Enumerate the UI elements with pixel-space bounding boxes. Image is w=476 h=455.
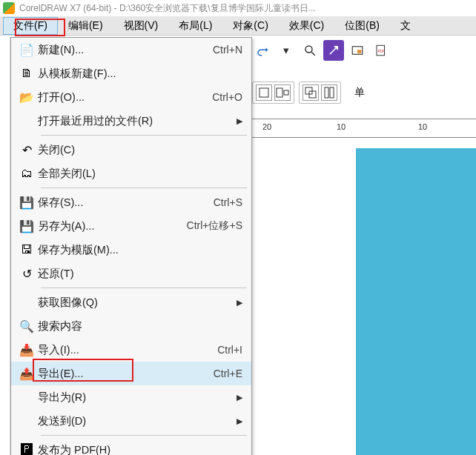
stack-box-1[interactable] [303, 84, 319, 101]
doc-template-icon: 🗎 [20, 67, 33, 80]
box-icon [257, 85, 271, 100]
import-icon: 📥 [20, 343, 33, 356]
align-group-2 [299, 82, 341, 104]
menu-export-as[interactable]: 导出为(R) ▶ [11, 385, 251, 409]
svg-line-1 [311, 52, 315, 56]
document-page[interactable]: 爱 [356, 148, 476, 455]
svg-rect-3 [357, 50, 361, 53]
menu-view[interactable]: 视图(V) [113, 17, 169, 35]
menu-save-as[interactable]: 💾 另存为(A)... Ctrl+位移+S [11, 214, 251, 238]
toolbar-secondary: ▾ PDF [252, 37, 391, 64]
left-toolbar-strip [0, 37, 10, 455]
save-icon: 💾 [20, 196, 33, 209]
file-menu-dropdown: 📄 新建(N)... Ctrl+N 🗎 从模板新建(F)... 📂 打开(O).… [10, 37, 252, 455]
submenu-arrow-icon: ▶ [234, 393, 242, 402]
menu-file[interactable]: 文件(F) [3, 17, 58, 35]
menu-bar: 文件(F) 编辑(E) 视图(V) 布局(L) 对象(C) 效果(C) 位图(B… [0, 16, 476, 36]
svg-text:PDF: PDF [378, 50, 385, 53]
menu-open[interactable]: 📂 打开(O)... Ctrl+O [11, 85, 251, 109]
dropdown-toggle[interactable]: ▾ [276, 40, 297, 61]
align-group-1 [252, 82, 294, 104]
menu-search-content[interactable]: 🔍 搜索内容 [11, 314, 251, 338]
menu-effects[interactable]: 效果(C) [279, 17, 334, 35]
redo-icon [256, 44, 269, 57]
ruler-tick: 10 [337, 122, 346, 131]
align-box-1[interactable] [256, 84, 272, 101]
column-icon [322, 85, 337, 100]
redo-button[interactable] [252, 40, 273, 61]
launch-button[interactable] [323, 40, 344, 61]
svg-point-0 [305, 46, 312, 53]
menu-acquire-image[interactable]: 获取图像(Q) ▶ [11, 290, 251, 314]
menu-bitmap[interactable]: 位图(B) [334, 17, 390, 35]
canvas-area[interactable]: 爱 [252, 138, 476, 455]
menu-send-to[interactable]: 发送到(D) ▶ [11, 409, 251, 433]
box-side-icon [275, 85, 290, 100]
stack-icon [303, 85, 318, 100]
submenu-arrow-icon: ▶ [234, 298, 242, 308]
pdf-icon: PDF [374, 44, 388, 57]
doc-new-icon: 📄 [20, 43, 33, 56]
pdf-icon: 🅿 [20, 443, 33, 455]
revert-icon: ↺ [20, 267, 33, 280]
menu-close-all[interactable]: 🗂 全部关闭(L) [11, 162, 251, 185]
menu-export[interactable]: 📤 导出(E)... Ctrl+E [11, 362, 251, 385]
toolbar-search-button[interactable] [300, 40, 320, 61]
units-label: 单 [354, 86, 365, 99]
app-icon [3, 2, 15, 14]
menu-new[interactable]: 📄 新建(N)... Ctrl+N [11, 38, 251, 62]
folder-open-icon: 📂 [20, 90, 33, 104]
submenu-arrow-icon: ▶ [234, 416, 242, 426]
horizontal-ruler: 20 10 10 [252, 119, 476, 138]
menu-new-from-template[interactable]: 🗎 从模板新建(F)... [11, 62, 251, 85]
menu-import[interactable]: 📥 导入(I)... Ctrl+I [11, 338, 251, 362]
ruler-tick: 20 [262, 122, 271, 131]
menu-open-recent[interactable]: 打开最近用过的文件(R) ▶ [11, 109, 251, 133]
svg-rect-12 [330, 87, 334, 98]
save-as-icon: 💾 [20, 219, 33, 233]
menu-edit[interactable]: 编辑(E) [58, 17, 113, 35]
separator [41, 435, 247, 436]
menu-close[interactable]: ↶ 关闭(C) [11, 138, 251, 162]
menu-revert[interactable]: ↺ 还原(T) [11, 262, 251, 285]
separator [41, 288, 247, 288]
search-icon [303, 44, 317, 57]
svg-rect-8 [284, 90, 288, 95]
menu-save-as-template[interactable]: 🖫 保存为模版(M)... [11, 238, 251, 262]
menu-text[interactable]: 文 [390, 17, 421, 35]
menu-layout[interactable]: 布局(L) [168, 17, 222, 35]
submenu-arrow-icon: ▶ [234, 116, 242, 126]
toolbar-tertiary: 单 [252, 74, 365, 111]
save-template-icon: 🖫 [20, 243, 33, 256]
menu-save[interactable]: 💾 保存(S)... Ctrl+S [11, 190, 251, 214]
separator [41, 135, 247, 136]
pip-button[interactable] [347, 40, 368, 61]
app-title: CorelDRAW X7 (64-bit) - D:\360安全浏览器下载\复旦… [19, 2, 316, 15]
launch-icon [327, 44, 340, 57]
svg-rect-7 [277, 88, 282, 97]
svg-rect-6 [260, 88, 268, 97]
menu-object[interactable]: 对象(C) [222, 17, 278, 35]
title-bar: CorelDRAW X7 (64-bit) - D:\360安全浏览器下载\复旦… [0, 0, 476, 16]
align-box-2[interactable] [274, 84, 291, 101]
pdf-toolbar-button[interactable]: PDF [371, 40, 391, 61]
stack-box-2[interactable] [321, 84, 337, 101]
separator [41, 187, 247, 188]
stack-icon: 🗂 [20, 167, 33, 180]
ruler-tick: 10 [418, 122, 427, 131]
svg-rect-11 [325, 87, 328, 98]
menu-publish-pdf[interactable]: 🅿 发布为 PDF(H) [11, 438, 251, 455]
undo-icon: ↶ [20, 143, 33, 156]
export-icon: 📤 [20, 367, 33, 380]
search-icon: 🔍 [20, 319, 33, 333]
pip-icon [351, 44, 364, 57]
